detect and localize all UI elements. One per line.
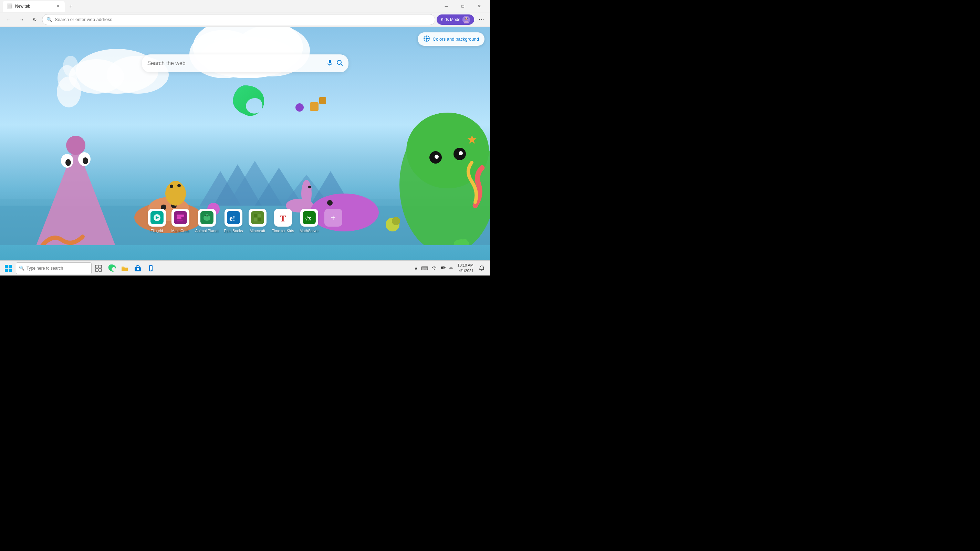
svg-point-43 bbox=[168, 181, 183, 196]
search-input[interactable] bbox=[147, 60, 324, 67]
svg-point-49 bbox=[305, 185, 312, 192]
quick-link-animal-planet[interactable]: Animal Planet bbox=[195, 209, 219, 233]
svg-rect-111 bbox=[150, 266, 152, 270]
svg-rect-81 bbox=[177, 217, 181, 219]
svg-rect-105 bbox=[95, 269, 98, 271]
colors-bg-label: Colors and background bbox=[433, 37, 479, 42]
taskbar-right: ∧ ⌨ ✏ bbox=[413, 263, 488, 274]
svg-text:T: T bbox=[280, 213, 286, 223]
task-view-button[interactable] bbox=[92, 262, 105, 274]
taskbar-search[interactable]: 🔍 bbox=[16, 263, 92, 274]
minimize-button[interactable]: ─ bbox=[438, 1, 454, 12]
address-search-icon: 🔍 bbox=[46, 17, 52, 22]
makecode-label: MakeCode bbox=[171, 229, 189, 233]
kids-mode-button[interactable]: Kids Mode bbox=[437, 14, 474, 25]
system-tray: ∧ ⌨ ✏ bbox=[413, 264, 455, 272]
taskbar-store-icon[interactable] bbox=[132, 262, 144, 274]
search-bar[interactable] bbox=[142, 54, 348, 72]
refresh-button[interactable]: ↻ bbox=[29, 14, 41, 25]
title-bar: ⬜ New tab ✕ + ─ □ ✕ bbox=[0, 0, 490, 13]
quick-link-flipgrid[interactable]: Flipgrid bbox=[148, 209, 165, 233]
svg-rect-107 bbox=[122, 268, 128, 271]
flipgrid-icon bbox=[148, 209, 165, 226]
svg-point-87 bbox=[207, 215, 208, 216]
date-display: 4/1/2021 bbox=[458, 268, 474, 274]
search-submit-icon[interactable] bbox=[336, 59, 343, 68]
quick-link-mathsolver[interactable]: √x MathSolver bbox=[299, 209, 319, 233]
svg-point-35 bbox=[434, 154, 439, 159]
quick-link-makecode[interactable]: MakeCode bbox=[171, 209, 189, 233]
colors-background-button[interactable]: Colors and background bbox=[418, 32, 485, 46]
address-bar[interactable]: 🔍 bbox=[42, 14, 435, 25]
epic-books-label: Epic Books bbox=[224, 229, 243, 233]
time-for-kids-icon: T bbox=[274, 209, 292, 226]
svg-rect-94 bbox=[258, 218, 261, 221]
svg-rect-73 bbox=[329, 60, 331, 64]
svg-rect-106 bbox=[99, 269, 102, 271]
svg-point-44 bbox=[170, 185, 173, 188]
minecraft-label: Minecraft bbox=[250, 229, 265, 233]
taskbar-edge-icon[interactable] bbox=[105, 262, 118, 274]
quick-link-epic-books[interactable]: e! Epic Books bbox=[224, 209, 243, 233]
svg-rect-92 bbox=[258, 214, 261, 217]
svg-rect-80 bbox=[177, 215, 184, 217]
notification-button[interactable] bbox=[476, 263, 487, 274]
microphone-icon[interactable] bbox=[326, 59, 333, 68]
tab-title: New tab bbox=[15, 4, 30, 9]
tab-close-button[interactable]: ✕ bbox=[55, 3, 60, 9]
animal-planet-icon bbox=[198, 209, 216, 226]
svg-point-5 bbox=[465, 18, 466, 19]
maximize-button[interactable]: □ bbox=[455, 1, 471, 12]
quick-link-time-for-kids[interactable]: T Time for Kids bbox=[272, 209, 294, 233]
svg-rect-91 bbox=[254, 214, 257, 217]
quick-link-minecraft[interactable]: Minecraft bbox=[249, 209, 267, 233]
address-input[interactable] bbox=[55, 17, 431, 22]
kids-avatar bbox=[463, 16, 470, 24]
volume-icon[interactable] bbox=[439, 264, 447, 272]
epic-books-icon: e! bbox=[224, 209, 242, 226]
svg-rect-100 bbox=[9, 265, 12, 268]
animal-planet-label: Animal Planet bbox=[195, 229, 219, 233]
clock[interactable]: 10:10 AM 4/1/2021 bbox=[456, 263, 475, 274]
pen-icon[interactable]: ✏ bbox=[448, 265, 455, 272]
kids-mode-label: Kids Mode bbox=[441, 17, 460, 22]
svg-point-86 bbox=[205, 215, 206, 216]
taskbar-phone-icon[interactable] bbox=[145, 262, 157, 274]
mathsolver-icon: √x bbox=[300, 209, 318, 226]
taskbar-search-input[interactable] bbox=[27, 266, 82, 271]
nav-bar: ← → ↻ 🔍 Kids Mode ⋯ bbox=[0, 13, 490, 27]
taskbar-search-icon: 🔍 bbox=[19, 266, 24, 271]
time-for-kids-label: Time for Kids bbox=[272, 229, 294, 233]
svg-point-55 bbox=[392, 217, 400, 225]
svg-rect-104 bbox=[99, 265, 102, 268]
svg-rect-102 bbox=[9, 269, 12, 272]
svg-text:★: ★ bbox=[466, 132, 477, 146]
svg-point-53 bbox=[327, 200, 332, 205]
start-button[interactable] bbox=[2, 261, 15, 275]
svg-point-30 bbox=[83, 158, 88, 164]
taskbar-explorer-icon[interactable] bbox=[118, 262, 131, 274]
svg-rect-65 bbox=[310, 102, 318, 111]
svg-rect-99 bbox=[5, 265, 8, 268]
mathsolver-label: MathSolver bbox=[299, 229, 319, 233]
new-tab-button[interactable]: + bbox=[66, 2, 76, 11]
svg-rect-93 bbox=[254, 218, 257, 221]
svg-point-16 bbox=[63, 56, 78, 76]
keyboard-icon[interactable]: ⌨ bbox=[420, 265, 430, 272]
svg-rect-101 bbox=[5, 269, 8, 272]
browser-frame: ⬜ New tab ✕ + ─ □ ✕ ← → ↻ 🔍 Kids Mode bbox=[0, 0, 490, 276]
quick-links: Flipgrid MakeCode bbox=[148, 209, 342, 233]
add-quick-link[interactable]: + add bbox=[325, 209, 342, 233]
svg-rect-109 bbox=[137, 268, 139, 270]
more-options-button[interactable]: ⋯ bbox=[476, 14, 487, 25]
wifi-icon[interactable] bbox=[430, 264, 438, 272]
svg-point-50 bbox=[308, 186, 311, 188]
tab-favicon: ⬜ bbox=[7, 3, 13, 9]
tray-up-arrow[interactable]: ∧ bbox=[413, 265, 419, 272]
browser-tab[interactable]: ⬜ New tab ✕ bbox=[3, 1, 65, 12]
time-display: 10:10 AM bbox=[458, 263, 474, 268]
forward-button[interactable]: → bbox=[16, 14, 27, 25]
close-button[interactable]: ✕ bbox=[471, 1, 487, 12]
back-button[interactable]: ← bbox=[3, 14, 14, 25]
svg-point-64 bbox=[296, 104, 304, 111]
